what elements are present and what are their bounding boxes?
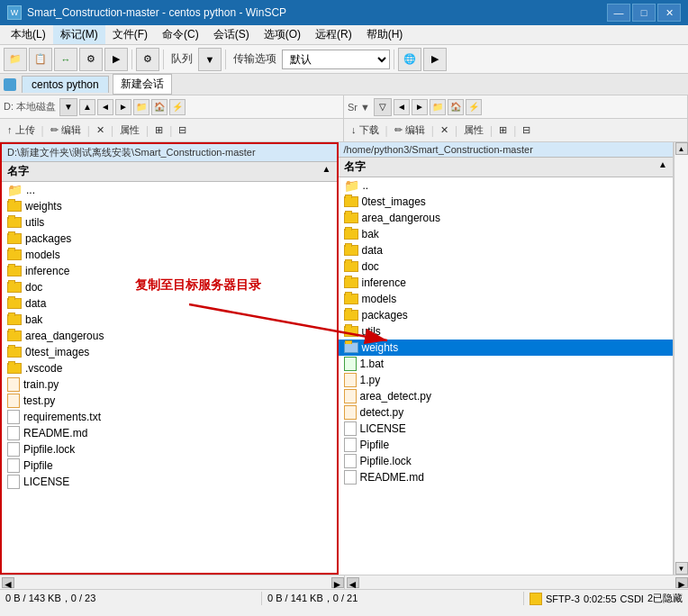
left-path-fwd[interactable]: ► [115,99,131,115]
list-item-weights-selected[interactable]: weights [339,340,674,356]
list-item[interactable]: train.py [2,376,337,393]
right-col-sort[interactable]: ▲ [658,159,667,175]
left-btn5[interactable]: ⊞ [149,123,168,137]
right-props-btn[interactable]: 属性 [458,122,489,138]
right-scrollbar[interactable]: ◄ ► [345,575,689,589]
left-path-btn3[interactable]: ⚡ [169,99,186,115]
right-btn5[interactable]: ⊞ [493,123,512,137]
list-item[interactable]: 0test_images [339,194,674,210]
list-item[interactable]: Pipfile.lock [339,453,674,469]
right-scroll-right-btn[interactable]: ► [675,577,688,588]
list-item[interactable]: utils [2,214,337,231]
tb-btn-sync[interactable]: ↔ [54,48,77,71]
menu-command[interactable]: 命令(C) [155,25,206,44]
menu-file[interactable]: 文件(F) [105,25,155,44]
right-path-btn2[interactable]: 🏠 [448,99,464,115]
close-button[interactable]: ✕ [657,4,681,22]
right-scrollbar[interactable]: ▲ ▼ [674,142,688,575]
tb-btn-1[interactable]: 📁 [4,48,27,71]
list-item[interactable]: data [2,295,337,312]
left-scroll-right-btn[interactable]: ► [331,577,344,588]
scroll-up-btn[interactable]: ▲ [675,142,688,155]
right-path-fwd[interactable]: ► [412,99,428,115]
list-item[interactable]: 0test_images [2,344,337,360]
list-item[interactable]: area_dangerous [339,210,674,226]
menu-mark[interactable]: 标记(M) [53,25,105,44]
list-item[interactable]: packages [2,231,337,247]
right-path-back[interactable]: ◄ [394,99,410,115]
list-item[interactable]: utils [339,323,674,340]
left-path-dropdown[interactable]: ▼ [59,98,77,116]
left-path-btn2[interactable]: 🏠 [151,99,167,115]
list-item[interactable]: data [339,242,674,258]
list-item[interactable]: area_detect.py [339,388,674,404]
list-item[interactable]: Pipfile [2,457,337,474]
left-delete-btn[interactable]: ✕ [91,123,110,137]
scroll-track[interactable] [675,155,688,562]
list-item[interactable]: packages [339,307,674,323]
menu-session[interactable]: 会话(S) [206,25,257,44]
left-scrollbar[interactable]: ◄ ► [0,575,345,589]
list-item[interactable]: doc [2,279,337,295]
maximize-button[interactable]: □ [632,4,656,22]
right-delete-btn[interactable]: ✕ [435,123,454,137]
list-item[interactable]: models [2,247,337,263]
menu-options[interactable]: 选项(O) [257,25,308,44]
right-panel-scroll[interactable]: 📁 .. 0test_images area_dangerous bak dat… [339,177,674,575]
right-scroll-left-btn[interactable]: ◄ [347,577,359,588]
tb-btn-5[interactable]: ▶ [104,48,128,71]
list-item[interactable]: area_dangerous [2,328,337,344]
tb-btn-arrow-right[interactable]: ▶ [423,48,447,71]
list-item[interactable]: .vscode [2,360,337,376]
menu-remote[interactable]: 远程(R) [308,25,359,44]
list-item[interactable]: Pipfile.lock [2,441,337,457]
left-scroll-left-btn[interactable]: ◄ [2,577,14,588]
list-item[interactable]: doc [339,258,674,275]
left-panel-scroll[interactable]: 📁 ... weights utils packages models infe… [2,182,337,573]
tb-btn-2[interactable]: 📋 [29,48,52,71]
transfer-options-select[interactable]: 默认 [282,50,390,69]
list-item[interactable]: 📁 ... [2,182,337,198]
session-tab-centos[interactable]: centos python [22,76,109,93]
list-item[interactable]: test.py [2,393,337,409]
left-path-btn1[interactable]: 📁 [133,99,149,115]
left-path-up[interactable]: ▲ [79,99,95,115]
menu-help[interactable]: 帮助(H) [359,25,411,44]
left-col-sort[interactable]: ▲ [322,164,331,179]
menu-local[interactable]: 本地(L) [4,25,53,44]
list-item[interactable]: bak [2,312,337,328]
new-session-button[interactable]: 新建会话 [113,74,172,95]
minimize-button[interactable]: — [607,4,630,22]
list-item[interactable]: inference [339,275,674,291]
left-path-back[interactable]: ◄ [97,99,113,115]
list-item[interactable]: requirements.txt [2,409,337,425]
right-download-btn[interactable]: ↓ 下载 [346,122,385,138]
list-item[interactable]: 📁 .. [339,177,674,194]
list-item[interactable]: inference [2,263,337,279]
scroll-down-btn[interactable]: ▼ [675,562,688,575]
list-item[interactable]: LICENSE [339,421,674,437]
tb-btn-globe[interactable]: 🌐 [398,48,421,71]
list-item[interactable]: weights [2,198,337,214]
list-item[interactable]: README.md [339,469,674,485]
list-item[interactable]: 1.py [339,372,674,388]
list-item[interactable]: LICENSE [2,474,337,490]
left-upload-btn[interactable]: ↑ 上传 [2,122,41,138]
list-item[interactable]: Pipfile [339,437,674,453]
tb-btn-6[interactable]: ⚙ [136,48,159,71]
list-item[interactable]: models [339,291,674,307]
left-btn6[interactable]: ⊟ [173,123,192,137]
right-btn6[interactable]: ⊟ [517,123,536,137]
list-item[interactable]: bak [339,226,674,242]
left-edit-btn[interactable]: ✏ 编辑 [45,122,86,138]
right-edit-btn[interactable]: ✏ 编辑 [389,122,430,138]
list-item[interactable]: detect.py [339,404,674,421]
right-path-filter[interactable]: ▽ [374,98,392,116]
tb-btn-4[interactable]: ⚙ [79,48,103,71]
list-item[interactable]: 1.bat [339,356,674,372]
right-path-btn1[interactable]: 📁 [430,99,446,115]
right-path-btn3[interactable]: ⚡ [466,99,482,115]
list-item[interactable]: README.md [2,425,337,441]
left-props-btn[interactable]: 属性 [114,122,145,138]
tb-btn-queue[interactable]: ▼ [198,48,222,71]
